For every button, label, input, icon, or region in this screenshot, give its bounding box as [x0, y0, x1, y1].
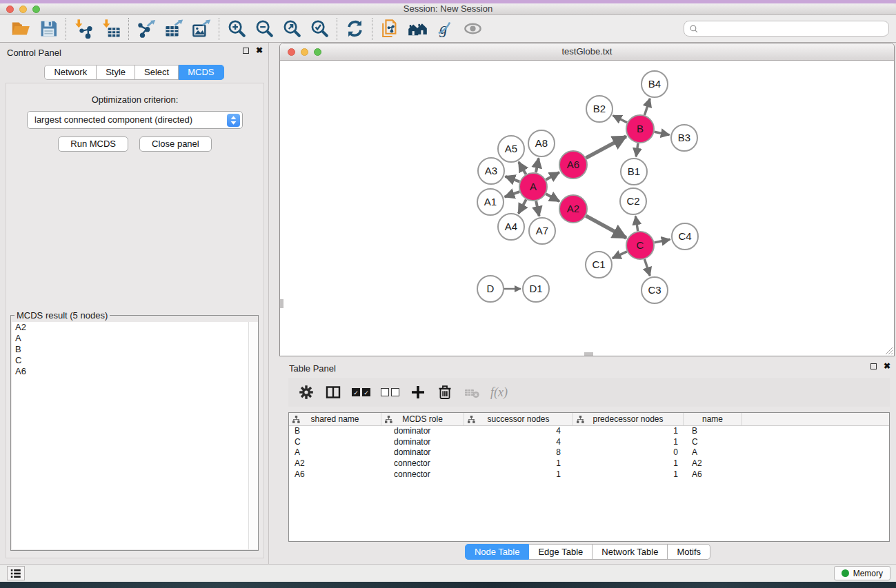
close-panel-button[interactable]: Close panel [139, 136, 212, 152]
search-input[interactable] [699, 24, 884, 34]
table-row-a2[interactable]: A2connector11A2 [289, 458, 889, 469]
result-item-b[interactable]: B [12, 344, 257, 355]
edge-A-A5[interactable] [519, 162, 526, 174]
cell[interactable]: 1 [464, 458, 573, 469]
minimize-window-button[interactable] [19, 6, 27, 13]
edge-A-A3[interactable] [506, 176, 520, 182]
edge-C-C2[interactable] [635, 216, 637, 232]
edge-C-C1[interactable] [613, 252, 627, 258]
select-all-button[interactable]: ✓✓ [352, 388, 370, 396]
cell[interactable]: dominator [381, 447, 464, 458]
run-mcds-button[interactable]: Run MCDS [58, 136, 128, 152]
node-B1[interactable]: B1 [621, 159, 647, 185]
zoom-in-button[interactable] [223, 17, 250, 41]
new-network-button[interactable] [376, 17, 404, 41]
column-header-shared-name[interactable]: shared name [289, 413, 381, 425]
zoom-selected-button[interactable] [306, 17, 333, 41]
cell[interactable]: 1 [573, 426, 684, 437]
network-zoom-button[interactable] [314, 48, 321, 56]
zoom-fit-button[interactable] [278, 17, 306, 41]
memory-button[interactable]: Memory [834, 566, 890, 580]
cell[interactable]: A6 [289, 469, 381, 480]
table-tab-network-table[interactable]: Network Table [593, 544, 668, 560]
cell[interactable]: 8 [464, 447, 573, 458]
table-row-b[interactable]: Bdominator41B [289, 426, 889, 437]
horizontal-scroll-thumb[interactable] [584, 352, 593, 356]
network-minimize-button[interactable] [301, 48, 308, 56]
save-session-button[interactable] [34, 17, 62, 41]
cell[interactable]: 4 [464, 437, 573, 448]
cell[interactable]: 1 [573, 469, 684, 480]
result-item-a6[interactable]: A6 [12, 366, 257, 377]
node-C[interactable]: C [626, 232, 654, 259]
cell[interactable]: C [289, 437, 381, 448]
cell[interactable]: 0 [573, 447, 684, 458]
zoom-window-button[interactable] [32, 6, 40, 13]
edge-B-B3[interactable] [655, 132, 670, 134]
cell[interactable]: 1 [573, 437, 684, 448]
add-column-button[interactable] [410, 384, 426, 401]
cell[interactable]: A2 [289, 458, 381, 469]
float-table-panel-icon[interactable] [870, 363, 877, 369]
result-item-a[interactable]: A [12, 333, 257, 344]
close-table-panel-icon[interactable]: ✖ [884, 363, 890, 369]
delete-column-button[interactable] [437, 384, 453, 401]
cell[interactable]: connector [381, 458, 464, 469]
edge-A-A7[interactable] [536, 201, 539, 216]
edge-C-C4[interactable] [655, 239, 670, 243]
cell[interactable]: A2 [684, 458, 742, 469]
node-A3[interactable]: A3 [478, 158, 504, 184]
network-canvas[interactable]: A5A8A3A1A4A7AA6A2B2B4BB3B1C2CC4C1C3DD1 [280, 61, 894, 356]
edge-A-A2[interactable] [546, 194, 559, 201]
task-history-button[interactable] [7, 566, 25, 580]
unselect-all-button[interactable] [381, 388, 399, 396]
edge-B-B4[interactable] [644, 99, 650, 115]
table-row-c[interactable]: Cdominator41C [289, 437, 889, 448]
tab-network[interactable]: Network [44, 65, 97, 80]
edge-A-A4[interactable] [519, 199, 526, 213]
search-field[interactable] [684, 21, 889, 37]
node-C2[interactable]: C2 [620, 188, 646, 214]
resize-grip[interactable] [884, 346, 893, 355]
node-A6[interactable]: A6 [559, 151, 587, 179]
cell[interactable]: C [684, 437, 742, 448]
table-tab-edge-table[interactable]: Edge Table [529, 544, 593, 560]
cell[interactable]: B [684, 426, 742, 437]
refresh-button[interactable] [341, 17, 368, 41]
node-C4[interactable]: C4 [672, 223, 698, 250]
close-window-button[interactable] [6, 6, 14, 13]
result-scrollbar[interactable] [248, 322, 258, 549]
close-panel-icon[interactable]: ✖ [256, 47, 263, 54]
cell[interactable]: A [684, 447, 742, 458]
import-table-button[interactable] [97, 17, 125, 41]
result-item-c[interactable]: C [12, 355, 257, 366]
edge-B-B2[interactable] [613, 116, 627, 123]
table-row-a6[interactable]: A6connector11A6 [289, 469, 889, 480]
float-panel-icon[interactable] [243, 48, 249, 54]
table-options-button[interactable] [298, 384, 315, 401]
criterion-select[interactable]: largest connected component (directed) [27, 111, 243, 129]
import-network-button[interactable] [70, 17, 97, 41]
edge-C-C3[interactable] [644, 259, 650, 276]
annotation-toggle-button[interactable]: g [431, 17, 459, 41]
node-A2[interactable]: A2 [559, 195, 587, 223]
show-hide-button[interactable] [459, 17, 486, 41]
node-C3[interactable]: C3 [641, 277, 668, 303]
home-button[interactable] [404, 17, 431, 41]
cell[interactable]: dominator [381, 426, 464, 437]
vertical-scroll-thumb[interactable] [280, 299, 283, 308]
node-B3[interactable]: B3 [671, 125, 697, 151]
cell[interactable]: connector [381, 469, 464, 480]
cell[interactable]: B [289, 426, 381, 437]
node-A1[interactable]: A1 [477, 189, 504, 215]
column-header-name[interactable]: name [684, 413, 742, 425]
export-table-button[interactable] [160, 17, 188, 41]
node-D[interactable]: D [477, 276, 504, 302]
export-network-button[interactable] [132, 17, 160, 41]
edge-A2-C[interactable] [586, 216, 626, 238]
node-A7[interactable]: A7 [529, 218, 555, 244]
cell[interactable]: 1 [464, 469, 573, 480]
node-A8[interactable]: A8 [528, 130, 555, 156]
edge-A6-B[interactable] [586, 136, 626, 158]
tab-style[interactable]: Style [97, 65, 135, 80]
